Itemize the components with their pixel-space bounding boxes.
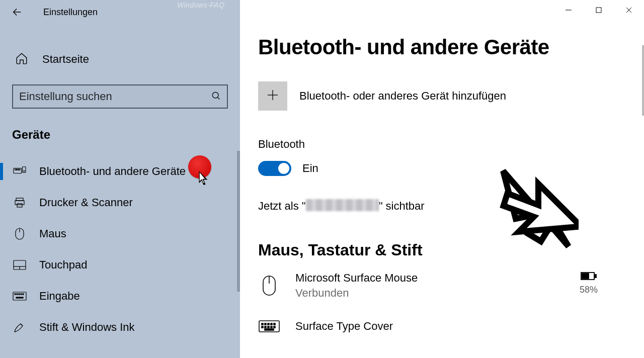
- device-row-mouse[interactable]: Microsoft Surface Mouse Verbunden 58%: [258, 272, 626, 300]
- sidebar-home-label: Startseite: [42, 53, 89, 66]
- svg-rect-16: [15, 294, 16, 295]
- svg-rect-38: [274, 323, 275, 325]
- close-button[interactable]: [614, 0, 644, 20]
- svg-rect-8: [15, 201, 24, 205]
- sidebar-item-label: Drucker & Scanner: [39, 196, 133, 209]
- svg-rect-18: [19, 294, 20, 295]
- search-input[interactable]: [19, 90, 211, 103]
- sidebar-item-typing[interactable]: Eingabe: [0, 281, 240, 312]
- device-battery: 58%: [580, 272, 598, 295]
- svg-point-6: [24, 170, 24, 171]
- svg-rect-34: [262, 323, 263, 325]
- svg-rect-23: [596, 8, 601, 13]
- svg-rect-35: [265, 323, 266, 325]
- devices-icon: [12, 166, 27, 177]
- device-row-keyboard[interactable]: Surface Type Cover: [258, 319, 626, 334]
- svg-rect-9: [17, 204, 22, 207]
- svg-rect-19: [21, 294, 22, 295]
- pen-icon: [12, 321, 27, 333]
- svg-rect-21: [16, 297, 23, 298]
- main-scrollbar[interactable]: [642, 45, 644, 116]
- svg-rect-44: [265, 329, 274, 330]
- svg-rect-40: [265, 326, 266, 328]
- printer-icon: [12, 197, 27, 209]
- svg-rect-36: [268, 323, 269, 325]
- search-icon: [211, 91, 221, 103]
- window-controls: [553, 0, 644, 20]
- mouse-icon: [12, 227, 27, 240]
- battery-icon: [581, 274, 597, 282]
- svg-rect-39: [262, 326, 263, 328]
- discoverable-suffix: " sichtbar: [379, 200, 425, 212]
- annotation-cursor-icon: [197, 170, 211, 189]
- keyboard-icon: [258, 319, 280, 334]
- discoverable-prefix: Jetzt als ": [258, 200, 306, 212]
- sidebar-item-label: Bluetooth- und andere Geräte: [39, 165, 186, 178]
- bluetooth-header: Bluetooth: [258, 138, 626, 151]
- svg-point-0: [212, 92, 218, 98]
- svg-rect-4: [19, 169, 20, 170]
- touchpad-icon: [12, 260, 27, 270]
- keyboard-icon: [12, 292, 27, 301]
- svg-rect-43: [274, 326, 275, 328]
- device-name: Microsoft Surface Mouse: [295, 272, 418, 285]
- category-header-mouse-kbd: Maus, Tastatur & Stift: [258, 241, 626, 259]
- sidebar-item-mouse[interactable]: Maus: [0, 218, 240, 249]
- sidebar-item-printers[interactable]: Drucker & Scanner: [0, 187, 240, 218]
- search-box[interactable]: [12, 84, 228, 109]
- plus-icon: [266, 88, 279, 104]
- svg-rect-42: [271, 326, 272, 328]
- battery-percent: 58%: [580, 285, 598, 295]
- sidebar-section-header: Geräte: [12, 128, 240, 142]
- sidebar-home[interactable]: Startseite: [0, 48, 240, 70]
- svg-rect-3: [17, 169, 18, 170]
- watermark-text: Windows-FAQ: [177, 1, 225, 9]
- home-icon: [15, 52, 28, 67]
- svg-rect-37: [271, 323, 272, 325]
- svg-rect-32: [582, 274, 589, 279]
- svg-rect-31: [595, 275, 596, 278]
- svg-rect-2: [15, 169, 17, 170]
- device-name-redacted: [306, 199, 379, 211]
- sidebar-item-label: Stift & Windows Ink: [39, 321, 135, 334]
- page-title: Bluetooth- und andere Geräte: [258, 35, 626, 59]
- discoverable-text: Jetzt als "" sichtbar: [258, 199, 626, 213]
- svg-rect-17: [17, 294, 18, 295]
- bluetooth-state-label: Ein: [302, 162, 318, 175]
- maximize-button[interactable]: [584, 0, 614, 20]
- add-device-row[interactable]: Bluetooth- oder anderes Gerät hinzufügen: [258, 81, 626, 111]
- main-content: Bluetooth- und andere Geräte Bluetooth- …: [240, 0, 644, 358]
- bluetooth-toggle[interactable]: [258, 161, 291, 176]
- sidebar-item-pen[interactable]: Stift & Windows Ink: [0, 312, 240, 343]
- window-title: Einstellungen: [43, 7, 98, 18]
- device-status: Verbunden: [295, 287, 418, 300]
- svg-rect-7: [16, 198, 23, 201]
- device-name: Surface Type Cover: [295, 320, 393, 333]
- sidebar-item-label: Maus: [39, 227, 66, 240]
- minimize-button[interactable]: [553, 0, 584, 20]
- svg-rect-41: [268, 326, 269, 328]
- add-device-tile[interactable]: [258, 81, 287, 111]
- add-device-label: Bluetooth- oder anderes Gerät hinzufügen: [299, 89, 506, 103]
- sidebar-item-label: Eingabe: [39, 290, 80, 303]
- svg-rect-20: [23, 294, 24, 295]
- sidebar-item-touchpad[interactable]: Touchpad: [0, 249, 240, 281]
- mouse-icon: [258, 275, 280, 297]
- back-button[interactable]: [11, 6, 23, 18]
- sidebar-item-label: Touchpad: [39, 258, 87, 272]
